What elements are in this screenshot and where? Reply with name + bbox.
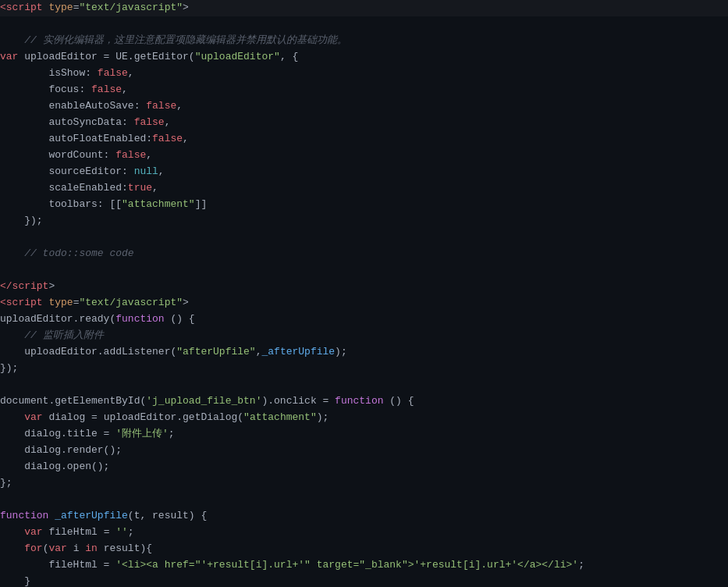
code-lines: <script type="text/javascript"> // 实例化编辑… [0, 0, 728, 587]
code-line: isShow: false, [0, 66, 728, 82]
code-line: sourceEditor: null, [0, 164, 728, 180]
code-line [0, 492, 728, 508]
line-content: isShow: false, [0, 66, 722, 82]
code-line: uploadEditor.addListener("afterUpfile",_… [0, 344, 728, 361]
line-content: var dialog = uploadEditor.getDialog("att… [0, 410, 722, 426]
code-line: autoSyncData: false, [0, 115, 728, 131]
line-content: // 实例化编辑器，这里注意配置项隐藏编辑器并禁用默认的基础功能。 [0, 33, 722, 49]
code-line: // todo::some code [0, 246, 728, 262]
code-line: }; [0, 475, 728, 492]
code-line: dialog.render(); [0, 443, 728, 459]
code-line: autoFloatEnabled:false, [0, 131, 728, 148]
line-content: var fileHtml = ''; [0, 525, 722, 541]
line-content: wordCount: false, [0, 148, 722, 164]
code-line: focus: false, [0, 82, 728, 98]
line-content: dialog.render(); [0, 443, 722, 459]
code-line [0, 262, 728, 279]
line-content: document.getElementById('j_upload_file_b… [0, 393, 722, 410]
code-line: }); [0, 361, 728, 377]
code-line: document.getElementById('j_upload_file_b… [0, 393, 728, 410]
line-content: </script> [0, 279, 722, 295]
line-content: } [0, 574, 722, 587]
line-content: for(var i in result){ [0, 541, 722, 557]
line-content: <script type="text/javascript"> [0, 0, 722, 16]
code-editor: <script type="text/javascript"> // 实例化编辑… [0, 0, 728, 587]
code-line: // 实例化编辑器，这里注意配置项隐藏编辑器并禁用默认的基础功能。 [0, 33, 728, 49]
line-content: <script type="text/javascript"> [0, 295, 722, 311]
line-content: fileHtml = '<li><a href="'+result[i].url… [0, 557, 722, 574]
code-line: // 监听插入附件 [0, 328, 728, 344]
line-content [0, 262, 722, 279]
code-line: for(var i in result){ [0, 541, 728, 557]
code-line: var dialog = uploadEditor.getDialog("att… [0, 410, 728, 426]
line-content: dialog.title = '附件上传'; [0, 426, 722, 443]
line-content: // todo::some code [0, 246, 722, 262]
code-line: enableAutoSave: false, [0, 98, 728, 115]
code-line: <script type="text/javascript"> [0, 0, 728, 16]
line-content: function _afterUpfile(t, result) { [0, 508, 722, 525]
code-line: scaleEnabled:true, [0, 180, 728, 197]
code-line [0, 377, 728, 393]
line-content [0, 229, 722, 246]
code-line: function _afterUpfile(t, result) { [0, 508, 728, 525]
line-content: }; [0, 475, 722, 492]
code-line: </script> [0, 279, 728, 295]
line-content [0, 492, 722, 508]
code-line: uploadEditor.ready(function () { [0, 311, 728, 328]
line-content: enableAutoSave: false, [0, 98, 722, 115]
line-content [0, 377, 722, 393]
line-content: }); [0, 213, 722, 229]
code-line: }); [0, 213, 728, 229]
line-content: scaleEnabled:true, [0, 180, 722, 197]
line-content [0, 16, 722, 33]
line-content: sourceEditor: null, [0, 164, 722, 180]
code-line: var fileHtml = ''; [0, 525, 728, 541]
line-content: focus: false, [0, 82, 722, 98]
line-content: dialog.open(); [0, 459, 722, 475]
line-content: // 监听插入附件 [0, 328, 722, 344]
code-line: <script type="text/javascript"> [0, 295, 728, 311]
code-line: var uploadEditor = UE.getEditor("uploadE… [0, 49, 728, 66]
code-line [0, 229, 728, 246]
line-content: uploadEditor.ready(function () { [0, 311, 722, 328]
line-content: var uploadEditor = UE.getEditor("uploadE… [0, 49, 722, 66]
code-line: } [0, 574, 728, 587]
code-line: dialog.open(); [0, 459, 728, 475]
line-content: uploadEditor.addListener("afterUpfile",_… [0, 344, 722, 361]
code-line: fileHtml = '<li><a href="'+result[i].url… [0, 557, 728, 574]
line-content: toolbars: [["attachment"]] [0, 197, 722, 213]
line-content: autoSyncData: false, [0, 115, 722, 131]
line-content: }); [0, 361, 722, 377]
code-line: toolbars: [["attachment"]] [0, 197, 728, 213]
code-line: wordCount: false, [0, 148, 728, 164]
code-line: dialog.title = '附件上传'; [0, 426, 728, 443]
code-line [0, 16, 728, 33]
line-content: autoFloatEnabled:false, [0, 131, 722, 148]
